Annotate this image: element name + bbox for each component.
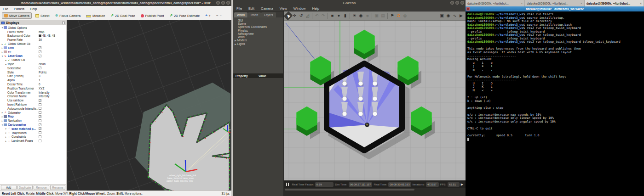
checkbox[interactable]: ✓: [39, 99, 41, 102]
align-icon[interactable]: ⚑: [389, 12, 395, 19]
tree-row[interactable]: ▸Navigation: [0, 118, 66, 123]
tree-item-value[interactable]: ✓: [39, 99, 41, 102]
minimize-button[interactable]: [216, 1, 220, 5]
tree-row[interactable]: ▸Map✓: [0, 115, 66, 119]
tool-minus-button[interactable]: −−: [214, 13, 224, 18]
close-tab-icon[interactable]: ×: [640, 2, 642, 5]
video-record-icon[interactable]: ▶: [458, 12, 464, 19]
view-angle-icon[interactable]: ◇: [402, 12, 408, 19]
menu-panels[interactable]: Panels: [11, 7, 27, 11]
menu-help[interactable]: Help: [309, 6, 322, 11]
tree-item-value[interactable]: [39, 131, 41, 134]
tree-row[interactable]: Position TransformerXYZ: [0, 86, 66, 90]
expander-icon[interactable]: ▶: [235, 39, 236, 42]
terminal-titlebar[interactable]: daisuke@i59600k: ~/turtlebot3_ws 94x52: [466, 6, 644, 11]
tab-insert[interactable]: Insert: [248, 12, 261, 17]
close-tab-icon[interactable]: ×: [581, 2, 582, 5]
sphere-shape-icon[interactable]: ●: [336, 12, 342, 19]
terminal-output[interactable]: daisuke@i59600k:~/turtlebot3_ws$ ros2 ru…: [466, 11, 644, 196]
tree-row[interactable]: Channel NameIntensity: [0, 95, 66, 99]
tool-select-button[interactable]: Select: [34, 13, 51, 18]
menu-window[interactable]: Window: [290, 6, 309, 11]
checkbox[interactable]: [39, 103, 41, 106]
tool-goal-button[interactable]: ↗2D Goal Pose: [109, 13, 137, 18]
checkbox[interactable]: ✓: [39, 46, 41, 49]
paste-icon[interactable]: ▤: [380, 12, 386, 19]
tool-plus-button[interactable]: ++: [203, 13, 213, 18]
tree-item-value[interactable]: [39, 135, 41, 138]
world-tree-item-lights[interactable]: ▶Lights: [238, 42, 283, 46]
gazebo-titlebar[interactable]: Gazebo: [233, 0, 466, 6]
panel-float-button[interactable]: [62, 22, 65, 24]
menu-view[interactable]: View: [276, 6, 290, 11]
tree-item-value[interactable]: [39, 103, 41, 106]
scale-tool-icon[interactable]: ◿: [305, 12, 310, 19]
tree-item-value[interactable]: 30: [39, 38, 42, 41]
tree-row[interactable]: Fixed Framemap: [0, 30, 66, 34]
terminal-tab[interactable]: daisuke@i59600k: ~/turtlebot...×: [585, 0, 644, 6]
tree-row[interactable]: ▸TF✓: [0, 50, 66, 54]
tree-item-value[interactable]: ✓: [39, 123, 41, 126]
tree-row[interactable]: Size (Pixels)3: [0, 74, 66, 78]
world-tree-item-models[interactable]: ▶Models: [238, 39, 283, 42]
menu-file[interactable]: File: [233, 6, 245, 11]
tree-row[interactable]: ▸⁖scan matched p...✓: [0, 127, 66, 131]
checkbox[interactable]: [39, 119, 41, 122]
rviz-3d-viewport[interactable]: wheel_right_link base_link base_footprin…: [67, 20, 231, 190]
close-button[interactable]: [226, 1, 230, 5]
directional-light-icon[interactable]: ☼: [364, 12, 370, 19]
pause-button[interactable]: [286, 183, 289, 186]
checkbox[interactable]: ✓: [39, 115, 41, 118]
box-shape-icon[interactable]: ■: [329, 12, 335, 19]
log-record-icon[interactable]: ◉: [445, 12, 451, 19]
step-button[interactable]: ▶: [461, 183, 463, 186]
world-tree-item-wind[interactable]: Wind: [238, 35, 283, 39]
spot-light-icon[interactable]: ◉: [358, 12, 364, 19]
tree-item-value[interactable]: [39, 140, 41, 142]
tree-row[interactable]: Invert Rainbow: [0, 102, 66, 106]
rviz-titlebar[interactable]: /home/daisuke/turtlebot3_ws/install/turt…: [0, 0, 231, 6]
menu-file[interactable]: File: [0, 7, 11, 11]
tree-row[interactable]: Selectable✓: [0, 66, 66, 70]
checkbox[interactable]: ✓: [39, 50, 41, 53]
terminal-tab[interactable]: daisuke@i59600k: ~/turtlebot...×: [525, 0, 584, 6]
tree-row[interactable]: ▸⁘Trajectories: [0, 131, 66, 135]
menu-edit[interactable]: Edit: [245, 6, 258, 11]
rotate-tool-icon[interactable]: ↺: [298, 12, 304, 19]
checkbox[interactable]: ✓: [39, 55, 41, 57]
tree-item-value[interactable]: Points: [39, 71, 47, 74]
tree-item-value[interactable]: Intensity: [39, 91, 49, 94]
tree-item-value[interactable]: 48; 48; 48: [39, 34, 55, 37]
checkbox[interactable]: [39, 135, 41, 138]
copy-icon[interactable]: ▣: [374, 12, 380, 19]
property-table-body[interactable]: [233, 78, 283, 196]
tree-item-value[interactable]: Intensity: [39, 95, 49, 98]
tree-row[interactable]: Color TransformerIntensity: [0, 90, 66, 95]
terminal-tab[interactable]: daisuke@i59600k: ~/turtlebot...×: [466, 0, 525, 6]
minimize-button[interactable]: [450, 1, 454, 5]
redo-icon[interactable]: ↷: [320, 12, 326, 19]
expander-icon[interactable]: ▶: [235, 43, 236, 45]
world-tree-item-gui[interactable]: GUI: [238, 19, 283, 22]
tree-row[interactable]: ▸⁘Landmark Poses: [0, 139, 66, 143]
checkbox[interactable]: [39, 131, 41, 134]
snap-icon[interactable]: Ω: [396, 12, 402, 19]
menu-camera[interactable]: Camera: [258, 6, 276, 11]
tree-row[interactable]: ▸Grid✓: [0, 46, 66, 50]
tree-row[interactable]: Alpha1: [0, 78, 66, 82]
checkbox[interactable]: ✓: [39, 127, 41, 130]
close-tab-icon[interactable]: ×: [521, 2, 523, 5]
tree-row[interactable]: Autocompute Intensity...: [0, 106, 66, 111]
cylinder-shape-icon[interactable]: ▮: [342, 12, 348, 19]
tree-item-value[interactable]: map: [39, 30, 44, 34]
add-button[interactable]: Add: [1, 185, 17, 190]
tool-measure-button[interactable]: Measure: [84, 13, 107, 18]
point-light-icon[interactable]: ☀: [351, 12, 357, 19]
tree-item-value[interactable]: 0: [39, 83, 40, 86]
checkbox[interactable]: [39, 111, 41, 114]
tree-item-value[interactable]: [39, 107, 41, 110]
tree-row[interactable]: Frame Rate30: [0, 38, 66, 42]
undo-icon[interactable]: ↶: [314, 12, 320, 19]
tree-row[interactable]: StylePoints: [0, 70, 66, 74]
tool-estimate-button[interactable]: ↗2D Pose Estimate: [167, 13, 201, 18]
